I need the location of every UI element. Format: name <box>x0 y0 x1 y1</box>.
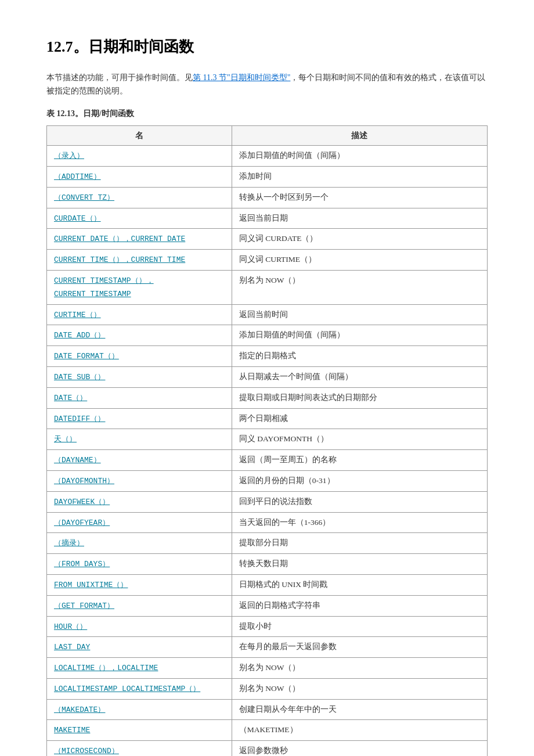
func-link[interactable]: 天（） <box>54 435 77 444</box>
func-name-cell: HOUR（） <box>47 616 232 637</box>
func-link[interactable]: CURTIME（） <box>54 311 101 319</box>
func-link[interactable]: （DAYNAME） <box>54 456 101 465</box>
func-link[interactable]: LAST_DAY <box>54 643 90 651</box>
func-desc-cell: 提取日期或日期时间表达式的日期部分 <box>232 387 487 408</box>
func-link[interactable]: （MAKEDATE） <box>54 705 105 714</box>
func-link[interactable]: （摘录） <box>54 539 84 548</box>
func-link[interactable]: DATE_FORMAT（） <box>54 352 119 361</box>
func-name-cell: MAKETIME <box>47 720 232 741</box>
table-row: LOCALTIME（），LOCALTIME别名为 NOW（） <box>47 658 488 679</box>
func-link[interactable]: CURDATE（） <box>54 214 101 223</box>
func-desc-cell: 返回的日期格式字符串 <box>232 595 487 616</box>
table-row: LAST_DAY在每月的最后一天返回参数 <box>47 637 488 658</box>
intro-link[interactable]: 第 11.3 节"日期和时间类型" <box>193 73 290 82</box>
func-link[interactable]: DATEDIFF（） <box>54 415 105 423</box>
func-name-cell: （MAKEDATE） <box>47 699 232 720</box>
func-name-cell: （CONVERT_TZ） <box>47 187 232 208</box>
func-link[interactable]: （MICROSECOND） <box>54 747 119 755</box>
func-link[interactable]: （DAYOFMONTH） <box>54 477 114 485</box>
func-name-cell: CURRENT_TIME（），CURRENT_TIME <box>47 250 232 271</box>
func-link[interactable]: （DAYOFYEAR） <box>54 519 110 527</box>
func-link[interactable]: DATE（） <box>54 394 87 402</box>
col-header-desc: 描述 <box>232 125 487 146</box>
func-name-cell: （摘录） <box>47 533 232 554</box>
func-desc-cell: 同义词 CURDATE（） <box>232 229 487 250</box>
func-link[interactable]: （CONVERT_TZ） <box>54 193 114 202</box>
func-desc-cell: 同义词 CURTIME（） <box>232 250 487 271</box>
func-desc-cell: 同义 DAYOFMONTH（） <box>232 429 487 450</box>
func-link[interactable]: LOCALTIME（），LOCALTIME <box>54 664 158 672</box>
func-link[interactable]: DATE_SUB（） <box>54 373 105 381</box>
func-desc-cell: 添加日期值的时间值（间隔） <box>232 325 487 346</box>
func-link[interactable]: （GET_FORMAT） <box>54 602 114 610</box>
intro-text-before: 本节描述的功能，可用于操作时间值。见 <box>46 73 193 82</box>
func-link[interactable]: LOCALTIMESTAMP LOCALTIMESTAMP（） <box>54 685 200 693</box>
func-name-cell: DATEDIFF（） <box>47 408 232 429</box>
func-desc-cell: 回到平日的说法指数 <box>232 491 487 512</box>
func-desc-cell: 从日期减去一个时间值（间隔） <box>232 366 487 387</box>
table-row: （MICROSECOND）返回参数微秒 <box>47 741 488 756</box>
func-desc-cell: （MAKETIME） <box>232 720 487 741</box>
table-row: DATE_ADD（）添加日期值的时间值（间隔） <box>47 325 488 346</box>
table-row: 天（）同义 DAYOFMONTH（） <box>47 429 488 450</box>
func-desc-cell: 两个日期相减 <box>232 408 487 429</box>
table-row: DATE_SUB（）从日期减去一个时间值（间隔） <box>47 366 488 387</box>
func-link[interactable]: （ADDTIME） <box>54 172 101 181</box>
page-title: 12.7。日期和时间函数 <box>46 35 488 59</box>
table-row: DATEDIFF（）两个日期相减 <box>47 408 488 429</box>
func-desc-cell: 转换从一个时区到另一个 <box>232 187 487 208</box>
table-row: CURRENT_TIME（），CURRENT_TIME同义词 CURTIME（） <box>47 250 488 271</box>
func-name-cell: DATE_SUB（） <box>47 366 232 387</box>
table-header-row: 名 描述 <box>47 125 488 146</box>
func-link[interactable]: DATE_ADD（） <box>54 331 105 340</box>
func-name-cell: CURRENT_DATE（），CURRENT_DATE <box>47 229 232 250</box>
func-name-cell: （MICROSECOND） <box>47 741 232 756</box>
func-desc-cell: 提取小时 <box>232 616 487 637</box>
func-link[interactable]: （录入） <box>54 152 84 160</box>
func-name-cell: （录入） <box>47 146 232 167</box>
func-desc-cell: 别名为 NOW（） <box>232 658 487 679</box>
func-name-cell: FROM_UNIXTIME（） <box>47 574 232 595</box>
func-link[interactable]: DAYOFWEEK（） <box>54 498 110 506</box>
func-name-cell: DATE（） <box>47 387 232 408</box>
table-row: CURRENT_DATE（），CURRENT_DATE同义词 CURDATE（） <box>47 229 488 250</box>
col-header-name: 名 <box>47 125 232 146</box>
func-desc-cell: 返回参数微秒 <box>232 741 487 756</box>
func-desc-cell: 返回当前日期 <box>232 208 487 229</box>
table-row: DATE（）提取日期或日期时间表达式的日期部分 <box>47 387 488 408</box>
func-desc-cell: 添加日期值的时间值（间隔） <box>232 146 487 167</box>
table-row: （MAKEDATE）创建日期从今年年中的一天 <box>47 699 488 720</box>
table-row: （摘录）提取部分日期 <box>47 533 488 554</box>
func-name-cell: （DAYNAME） <box>47 450 232 471</box>
table-row: MAKETIME（MAKETIME） <box>47 720 488 741</box>
func-link[interactable]: FROM_UNIXTIME（） <box>54 581 128 589</box>
func-desc-cell: 添加时间 <box>232 166 487 187</box>
func-name-cell: 天（） <box>47 429 232 450</box>
table-row: （GET_FORMAT）返回的日期格式字符串 <box>47 595 488 616</box>
func-name-cell: CURRENT_TIMESTAMP（），CURRENT_TIMESTAMP <box>47 270 232 304</box>
func-link[interactable]: （FROM_DAYS） <box>54 560 110 568</box>
func-link[interactable]: CURRENT_DATE（），CURRENT_DATE <box>54 235 185 243</box>
func-name-cell: LOCALTIMESTAMP LOCALTIMESTAMP（） <box>47 678 232 699</box>
table-row: （ADDTIME）添加时间 <box>47 166 488 187</box>
func-name-cell: CURTIME（） <box>47 304 232 325</box>
functions-table: 名 描述 （录入）添加日期值的时间值（间隔）（ADDTIME）添加时间（CONV… <box>46 125 488 756</box>
intro-paragraph: 本节描述的功能，可用于操作时间值。见第 11.3 节"日期和时间类型"，每个日期… <box>46 71 488 99</box>
func-desc-cell: 别名为 NOW（） <box>232 270 487 304</box>
func-desc-cell: 提取部分日期 <box>232 533 487 554</box>
table-row: HOUR（）提取小时 <box>47 616 488 637</box>
func-link[interactable]: CURRENT_TIME（），CURRENT_TIME <box>54 255 185 264</box>
func-name-cell: （DAYOFMONTH） <box>47 470 232 491</box>
func-link[interactable]: CURRENT_TIMESTAMP（），CURRENT_TIMESTAMP <box>54 276 154 298</box>
func-desc-cell: 返回当前时间 <box>232 304 487 325</box>
func-desc-cell: 转换天数日期 <box>232 554 487 575</box>
table-row: （DAYNAME）返回（周一至周五）的名称 <box>47 450 488 471</box>
func-link[interactable]: MAKETIME <box>54 726 90 735</box>
table-row: DAYOFWEEK（）回到平日的说法指数 <box>47 491 488 512</box>
table-row: （FROM_DAYS）转换天数日期 <box>47 554 488 575</box>
func-name-cell: DAYOFWEEK（） <box>47 491 232 512</box>
func-link[interactable]: HOUR（） <box>54 622 87 631</box>
func-desc-cell: 返回的月份的日期（0-31） <box>232 470 487 491</box>
func-desc-cell: 在每月的最后一天返回参数 <box>232 637 487 658</box>
func-name-cell: （FROM_DAYS） <box>47 554 232 575</box>
